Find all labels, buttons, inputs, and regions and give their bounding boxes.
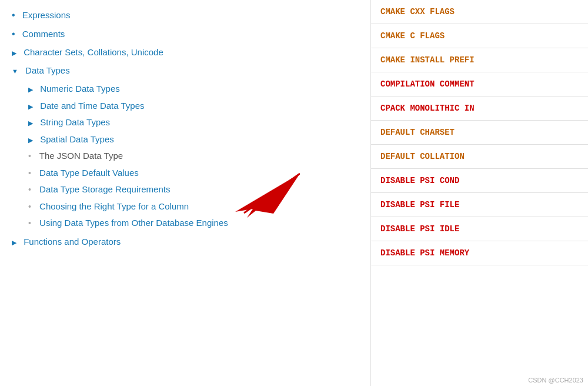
nav-list: Expressions Comments Character Sets, Col…: [12, 6, 370, 251]
right-item-label: DISABLE PSI FILE: [380, 200, 459, 209]
right-item-disable-psi-file[interactable]: DISABLE PSI FILE: [371, 193, 588, 217]
nav-link-functions[interactable]: Functions and Operators: [24, 237, 121, 247]
right-item-label: DISABLE PSI COND: [380, 176, 459, 185]
sub-link-numeric[interactable]: Numeric Data Types: [40, 84, 120, 94]
nav-item-charsets[interactable]: Character Sets, Collations, Unicode: [12, 44, 356, 62]
right-item-disable-psi-cond[interactable]: DISABLE PSI COND: [371, 169, 588, 193]
sub-item-default-values[interactable]: Data Type Default Values: [28, 165, 356, 182]
right-item-label: CPACK MONOLITHIC IN: [380, 104, 475, 113]
sub-link-other-engines[interactable]: Using Data Types from Other Database Eng…: [39, 218, 228, 228]
sub-link-choosing[interactable]: Choosing the Right Type for a Column: [39, 201, 189, 211]
sub-item-other-engines[interactable]: Using Data Types from Other Database Eng…: [28, 215, 356, 232]
right-item-default-collation[interactable]: DEFAULT COLLATION: [371, 145, 588, 169]
right-item-label: DEFAULT COLLATION: [380, 152, 465, 161]
nav-item-expressions[interactable]: Expressions: [12, 6, 356, 25]
sub-link-json[interactable]: The JSON Data Type: [39, 151, 123, 161]
sub-item-json[interactable]: The JSON Data Type: [28, 148, 356, 165]
nav-link-expressions[interactable]: Expressions: [22, 10, 71, 20]
sub-item-storage[interactable]: Data Type Storage Requirements: [28, 181, 356, 198]
nav-link-comments[interactable]: Comments: [22, 29, 65, 39]
right-item-default-charset[interactable]: DEFAULT CHARSET: [371, 121, 588, 145]
right-item-disable-psi-memory[interactable]: DISABLE PSI MEMORY: [371, 241, 588, 265]
left-navigation-panel: Expressions Comments Character Sets, Col…: [0, 0, 370, 386]
sub-link-storage[interactable]: Data Type Storage Requirements: [39, 184, 170, 194]
right-item-label: CMAKE C FLAGS: [380, 31, 445, 41]
nav-item-functions[interactable]: Functions and Operators: [12, 233, 356, 251]
right-item-disable-psi-idle[interactable]: DISABLE PSI IDLE: [371, 217, 588, 241]
watermark: CSDN @CCH2023: [528, 377, 583, 384]
sub-item-choosing[interactable]: Choosing the Right Type for a Column: [28, 198, 356, 215]
sub-link-default-values[interactable]: Data Type Default Values: [39, 168, 139, 178]
right-item-compilation-comments[interactable]: COMPILATION COMMENT: [371, 72, 588, 96]
right-item-label: DISABLE PSI MEMORY: [380, 248, 469, 258]
sub-link-spatial[interactable]: Spatial Data Types: [40, 134, 114, 144]
sub-link-datetime[interactable]: Date and Time Data Types: [40, 101, 144, 111]
right-item-label: COMPILATION COMMENT: [380, 79, 475, 89]
right-item-cmake-c-flags[interactable]: CMAKE C FLAGS: [371, 24, 588, 48]
nav-item-datatypes[interactable]: Data Types: [12, 62, 356, 80]
sub-item-datetime[interactable]: Date and Time Data Types: [28, 98, 356, 115]
right-item-cmake-install-prefix[interactable]: CMAKE INSTALL PREFI: [371, 48, 588, 72]
right-item-label: CMAKE INSTALL PREFI: [380, 55, 475, 65]
right-item-label: DEFAULT CHARSET: [380, 128, 455, 137]
right-item-label: DISABLE PSI IDLE: [380, 224, 459, 234]
sub-item-string[interactable]: String Data Types: [28, 114, 356, 131]
sub-link-string[interactable]: String Data Types: [40, 117, 110, 127]
nav-link-datatypes[interactable]: Data Types: [25, 65, 70, 75]
right-panel: CMAKE CXX FLAGS CMAKE C FLAGS CMAKE INST…: [370, 0, 588, 386]
sub-item-spatial[interactable]: Spatial Data Types: [28, 131, 356, 148]
left-scroll-area[interactable]: Expressions Comments Character Sets, Col…: [12, 0, 370, 386]
right-items-list: CMAKE CXX FLAGS CMAKE C FLAGS CMAKE INST…: [371, 0, 588, 265]
datatypes-sub-list: Numeric Data Types Date and Time Data Ty…: [12, 81, 356, 232]
right-item-cmake-cxx-flags[interactable]: CMAKE CXX FLAGS: [371, 0, 588, 24]
nav-link-charsets[interactable]: Character Sets, Collations, Unicode: [24, 47, 163, 57]
right-item-cpack-monolithic[interactable]: CPACK MONOLITHIC IN: [371, 96, 588, 121]
sub-item-numeric[interactable]: Numeric Data Types: [28, 81, 356, 98]
right-item-label: CMAKE CXX FLAGS: [380, 7, 455, 16]
nav-item-comments[interactable]: Comments: [12, 25, 356, 44]
